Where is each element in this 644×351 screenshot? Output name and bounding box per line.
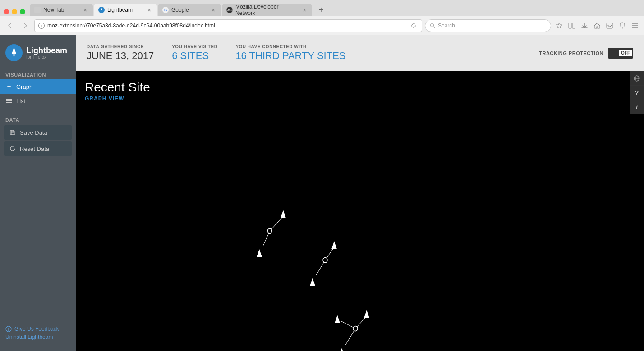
reset-icon [9, 145, 16, 152]
tab-mdn[interactable]: MDN Mozilla Developer Network ✕ [222, 4, 312, 16]
reader-view-icon[interactable] [566, 20, 577, 31]
bookmark-star-icon[interactable] [554, 20, 565, 31]
browser-nav-icons [554, 20, 640, 31]
browser-window: New Tab ✕ Lightbeam ✕ G Google [0, 0, 644, 351]
address-bar[interactable]: i moz-extension://70e75a3d-8ade-d24d-9c6… [34, 19, 422, 32]
svg-marker-43 [364, 310, 369, 318]
svg-point-34 [267, 228, 272, 233]
sidebar-item-graph[interactable]: Graph [0, 79, 76, 94]
main-content: Lightbeam for Firefox VISUALIZATION Grap… [0, 35, 644, 351]
tab-lightbeam[interactable]: Lightbeam ✕ [94, 4, 157, 16]
reset-data-button[interactable]: Reset Data [4, 141, 72, 156]
data-gathered-value: JUNE 13, 2017 [87, 50, 154, 62]
maximize-window-button[interactable] [20, 9, 25, 14]
svg-marker-44 [339, 348, 345, 351]
data-gathered-label: DATA GATHERED SINCE [87, 44, 154, 49]
sidebar: Lightbeam for Firefox VISUALIZATION Grap… [0, 35, 76, 351]
svg-rect-22 [6, 99, 12, 100]
tab-new-tab-label: New Tab [43, 7, 64, 13]
feedback-label: Give Us Feedback [14, 326, 59, 332]
tracking-toggle[interactable]: OFF [608, 48, 633, 59]
list-icon [5, 97, 13, 105]
back-button[interactable] [4, 19, 16, 32]
save-data-label: Save Data [20, 129, 47, 136]
connected-stat: YOU HAVE CONNECTED WITH 16 THIRD PARTY S… [235, 44, 345, 62]
svg-marker-32 [281, 210, 286, 218]
uninstall-link[interactable]: Uninstall Lightbeam [5, 334, 70, 340]
tracking-protection-label: TRACKING PROTECTION [539, 50, 603, 56]
list-label: List [16, 98, 25, 105]
svg-marker-38 [310, 278, 315, 286]
visited-stat: YOU HAVE VISITED 6 SITES [172, 44, 217, 62]
logo-area: Lightbeam for Firefox [0, 41, 76, 68]
connected-label: YOU HAVE CONNECTED WITH [235, 44, 345, 49]
svg-point-17 [8, 86, 10, 87]
menu-icon[interactable] [630, 20, 640, 31]
tab-lightbeam-close[interactable]: ✕ [146, 7, 152, 13]
visited-value: 6 SITES [172, 50, 217, 62]
tab-lightbeam-label: Lightbeam [107, 7, 133, 13]
notification-icon[interactable] [617, 20, 628, 31]
save-data-button[interactable]: Save Data [4, 125, 72, 140]
nav-bar: i moz-extension://70e75a3d-8ade-d24d-9c6… [0, 16, 644, 35]
save-icon [9, 129, 16, 136]
tab-new-tab-close[interactable]: ✕ [82, 7, 88, 13]
uninstall-label: Uninstall Lightbeam [5, 334, 53, 340]
connected-value: 16 THIRD PARTY SITES [235, 50, 345, 62]
reset-data-label: Reset Data [20, 146, 49, 152]
svg-rect-8 [569, 23, 571, 28]
svg-line-41 [345, 328, 355, 345]
visited-label: YOU HAVE VISITED [172, 44, 217, 49]
svg-rect-24 [6, 102, 12, 103]
graph-visualization [76, 71, 644, 351]
search-icon [430, 23, 435, 28]
mdn-favicon: MDN [226, 7, 233, 13]
svg-marker-33 [257, 249, 262, 257]
search-bar[interactable]: Search [425, 19, 551, 32]
tab-google-close[interactable]: ✕ [210, 7, 216, 13]
tab-mdn-label: Mozilla Developer Network [235, 4, 299, 16]
svg-line-30 [270, 216, 283, 231]
svg-marker-45 [335, 315, 340, 323]
graph-label: Graph [16, 83, 32, 90]
visualization-section-label: VISUALIZATION [0, 68, 76, 79]
pocket-icon[interactable] [604, 20, 615, 31]
data-section-label: DATA [0, 114, 76, 124]
close-window-button[interactable] [4, 9, 9, 14]
logo-sub: for Firefox [26, 55, 67, 59]
tab-google-label: Google [171, 7, 189, 13]
data-gathered-stat: DATA GATHERED SINCE JUNE 13, 2017 [87, 44, 154, 62]
refresh-button[interactable] [409, 21, 418, 30]
search-input[interactable]: Search [438, 23, 546, 29]
tab-new-tab[interactable]: New Tab ✕ [30, 4, 93, 16]
info-icon: i [38, 23, 45, 29]
svg-rect-26 [11, 130, 14, 132]
svg-line-7 [433, 27, 435, 28]
forward-button[interactable] [19, 19, 32, 32]
feedback-icon [5, 326, 12, 332]
google-favicon: G [162, 7, 169, 13]
lightbeam-logo-icon [5, 44, 23, 61]
new-tab-favicon [34, 7, 41, 13]
svg-marker-37 [331, 241, 337, 249]
toggle-knob-label: OFF [619, 50, 632, 56]
graph-area: Recent Site GRAPH VIEW ? i [76, 71, 644, 351]
svg-point-46 [353, 326, 358, 331]
give-feedback-link[interactable]: Give Us Feedback [5, 326, 70, 332]
tab-bar: New Tab ✕ Lightbeam ✕ G Google [0, 0, 644, 16]
download-icon[interactable] [579, 20, 590, 31]
minimize-window-button[interactable] [12, 9, 17, 14]
new-tab-button[interactable]: + [315, 4, 327, 16]
tab-mdn-close[interactable]: ✕ [301, 7, 308, 13]
tab-google[interactable]: G Google ✕ [158, 4, 221, 16]
sidebar-item-list[interactable]: List [0, 94, 76, 108]
url-text: moz-extension://70e75a3d-8ade-d24d-9c64-… [47, 23, 409, 29]
home-icon[interactable] [592, 20, 603, 31]
svg-rect-9 [572, 23, 575, 28]
tracking-protection: TRACKING PROTECTION OFF [539, 48, 633, 59]
svg-point-39 [323, 258, 327, 263]
svg-rect-10 [607, 23, 613, 28]
logo-name: Lightbeam [26, 46, 67, 55]
lightbeam-favicon [98, 7, 105, 13]
content-area: DATA GATHERED SINCE JUNE 13, 2017 YOU HA… [76, 35, 644, 351]
